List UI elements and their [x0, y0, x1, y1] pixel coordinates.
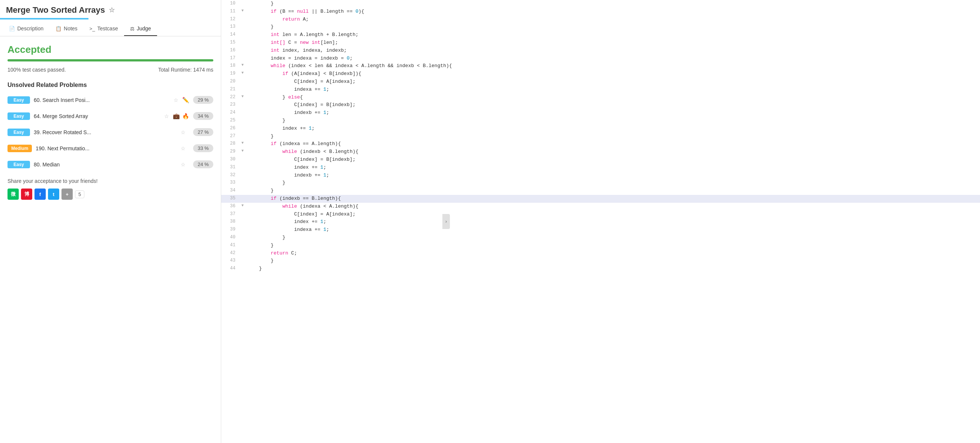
problem-name[interactable]: 80. Median	[34, 162, 177, 168]
line-number: 12	[221, 16, 240, 24]
line-number: 15	[221, 39, 240, 47]
table-row: 38 index += 1;	[221, 218, 980, 226]
tab-description[interactable]: 📄 Description	[3, 22, 49, 36]
fold-arrow-icon	[240, 179, 259, 187]
code-line: if (indexa == A.length){	[259, 140, 980, 148]
table-row: 29▼ while (indexb < B.length){	[221, 148, 980, 156]
line-number: 37	[221, 211, 240, 219]
line-number: 40	[221, 234, 240, 242]
fold-arrow-icon	[240, 156, 259, 164]
line-number: 22	[221, 94, 240, 102]
facebook-button[interactable]: f	[35, 189, 46, 200]
table-row: 44 }	[221, 265, 980, 273]
table-row: 24 indexb += 1;	[221, 109, 980, 117]
problem-star-icon[interactable]: ☆	[181, 145, 186, 151]
table-row: 15 int[] C = new int[len];	[221, 39, 980, 47]
line-number: 24	[221, 109, 240, 117]
problem-name[interactable]: 60. Search Insert Posi...	[34, 97, 170, 103]
code-table: 10 }11▼ if (B == null || B.length == 0){…	[221, 0, 980, 273]
problem-star-icon[interactable]: ☆	[173, 97, 178, 103]
code-line: while (indexb < B.length){	[259, 148, 980, 156]
weibo-button[interactable]: 博	[21, 189, 32, 200]
plus-button[interactable]: +	[62, 189, 73, 200]
problem-icons: 💼 🔥	[173, 113, 189, 119]
fold-arrow-icon[interactable]: ▼	[240, 203, 259, 211]
problem-name[interactable]: 64. Merge Sorted Array	[34, 113, 161, 119]
star-icon[interactable]: ☆	[109, 6, 115, 14]
fold-arrow-icon[interactable]: ▼	[240, 70, 259, 78]
fold-arrow-icon	[240, 16, 259, 24]
line-number: 23	[221, 101, 240, 109]
fold-arrow-icon	[240, 234, 259, 242]
code-line: indexa += 1;	[259, 86, 980, 94]
code-line: return A;	[259, 16, 980, 24]
problem-star-icon[interactable]: ☆	[181, 129, 186, 135]
code-line: if (B == null || B.length == 0){	[259, 8, 980, 16]
fold-arrow-icon	[240, 218, 259, 226]
list-item: Medium 190. Next Permutatio... ☆ 33 %	[8, 142, 213, 154]
table-row: 35 if (indexb == B.length){	[221, 195, 980, 203]
problem-title: Merge Two Sorted Arrays ☆	[0, 0, 221, 18]
code-line: index += 1;	[259, 218, 980, 226]
fold-arrow-icon	[240, 211, 259, 219]
fold-arrow-icon[interactable]: ▼	[240, 148, 259, 156]
code-line: }	[259, 23, 980, 31]
code-line: if (A[indexa] < B[indexb]){	[259, 70, 980, 78]
tab-judge[interactable]: ⚖ Judge	[124, 22, 157, 36]
social-icons: 微 博 f t + 5	[8, 189, 213, 200]
table-row: 34 }	[221, 187, 980, 195]
table-row: 23 C[index] = B[indexb];	[221, 101, 980, 109]
code-editor[interactable]: 10 }11▼ if (B == null || B.length == 0){…	[221, 0, 980, 443]
table-row: 11▼ if (B == null || B.length == 0){	[221, 8, 980, 16]
fold-arrow-icon[interactable]: ▼	[240, 8, 259, 16]
problem-name[interactable]: 190. Next Permutatio...	[36, 145, 177, 151]
table-row: 41 }	[221, 242, 980, 249]
line-number: 25	[221, 117, 240, 125]
twitter-button[interactable]: t	[48, 189, 59, 200]
fold-arrow-icon[interactable]: ▼	[240, 62, 259, 70]
line-number: 44	[221, 265, 240, 273]
table-row: 37 C[index] = A[indexa];	[221, 211, 980, 219]
table-row: 36▼ while (indexa < A.length){	[221, 203, 980, 211]
fold-arrow-icon[interactable]: ▼	[240, 140, 259, 148]
fold-arrow-icon[interactable]: ▼	[240, 94, 259, 102]
line-number: 13	[221, 23, 240, 31]
line-number: 35	[221, 195, 240, 203]
table-row: 14 int len = A.length + B.length;	[221, 31, 980, 39]
fold-arrow-icon	[240, 249, 259, 257]
line-number: 16	[221, 47, 240, 55]
line-number: 27	[221, 133, 240, 141]
line-number: 29	[221, 148, 240, 156]
tab-notes[interactable]: 📋 Notes	[49, 22, 84, 36]
line-number: 14	[221, 31, 240, 39]
code-line: C[index] = A[indexa];	[259, 211, 980, 219]
table-row: 18▼ while (index < len && indexa < A.len…	[221, 62, 980, 70]
fold-arrow-icon	[240, 47, 259, 55]
code-line: }	[259, 179, 980, 187]
fold-arrow-icon	[240, 187, 259, 195]
fold-arrow-icon	[240, 86, 259, 94]
line-number: 21	[221, 86, 240, 94]
fold-arrow-icon	[240, 55, 259, 63]
code-line: while (index < len && indexa < A.length …	[259, 62, 980, 70]
code-line: }	[259, 257, 980, 265]
unsolved-title: Unsolved Related Problems	[8, 82, 213, 89]
table-row: 26 index += 1;	[221, 125, 980, 133]
percent-badge: 29 %	[193, 96, 213, 104]
list-item: Easy 39. Recover Rotated S... ☆ 27 %	[8, 126, 213, 138]
fold-arrow-icon	[240, 0, 259, 8]
line-number: 20	[221, 78, 240, 86]
pencil-icon: ✏️	[182, 97, 189, 103]
difficulty-badge: Medium	[8, 144, 32, 152]
code-line: }	[259, 242, 980, 249]
code-line: index = indexa = indexb = 0;	[259, 55, 980, 63]
wechat-button[interactable]: 微	[8, 189, 19, 200]
table-row: 39 indexa += 1;	[221, 226, 980, 234]
collapse-toggle[interactable]: ›	[442, 214, 450, 229]
problem-star-icon[interactable]: ☆	[181, 162, 186, 168]
table-row: 42 return C;	[221, 249, 980, 257]
problem-name[interactable]: 39. Recover Rotated S...	[34, 129, 177, 135]
tab-testcase[interactable]: >_ Testcase	[84, 22, 124, 36]
fold-arrow-icon	[240, 78, 259, 86]
problem-star-icon[interactable]: ☆	[164, 113, 169, 119]
